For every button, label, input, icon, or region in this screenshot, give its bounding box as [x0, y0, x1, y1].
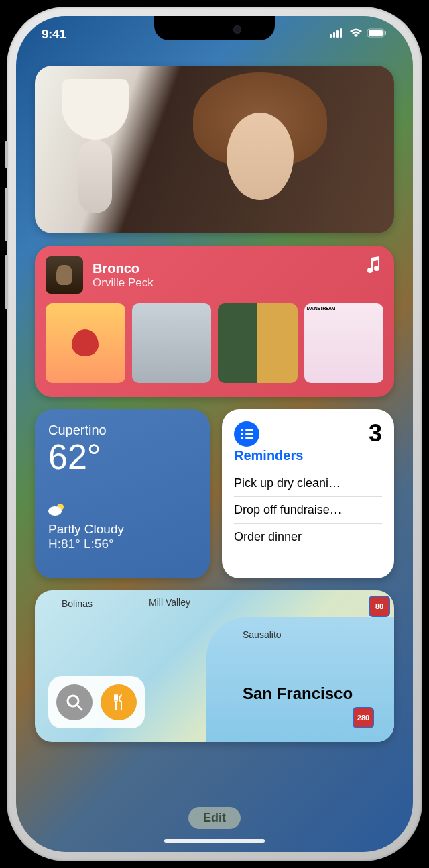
svg-rect-0 — [330, 34, 332, 38]
map-label-millvalley: Mill Valley — [149, 597, 190, 608]
svg-rect-1 — [333, 32, 335, 38]
track-artist: Orville Peck — [93, 276, 383, 290]
svg-line-16 — [77, 705, 82, 710]
svg-rect-3 — [340, 28, 342, 38]
photos-widget[interactable] — [35, 66, 394, 233]
mute-switch — [5, 141, 8, 168]
interstate-shield-80: 80 — [369, 596, 390, 617]
map-restaurants-button[interactable] — [101, 684, 137, 720]
fork-knife-icon — [109, 693, 128, 712]
reminders-title: Reminders — [234, 448, 382, 464]
volume-down-button — [5, 255, 8, 309]
photo-content — [48, 79, 142, 213]
weather-city: Cupertino — [48, 423, 196, 438]
now-playing-art — [46, 256, 83, 294]
weather-temperature: 62° — [48, 438, 196, 476]
map-label-sanfrancisco: San Francisco — [243, 684, 353, 703]
reminders-count: 3 — [369, 421, 382, 445]
reminder-item-1[interactable]: Pick up dry cleani… — [234, 470, 382, 497]
map-action-buttons — [48, 676, 145, 728]
album-suggestion-2[interactable] — [132, 303, 212, 383]
album-suggestion-1[interactable] — [46, 303, 125, 383]
notch — [154, 16, 275, 40]
reminders-list-icon — [234, 421, 259, 447]
svg-point-11 — [241, 433, 243, 435]
weather-widget[interactable]: Cupertino 62° Partly Cloudy H:81° L:56° — [35, 409, 210, 578]
reminders-widget[interactable]: 3 Reminders Pick up dry cleani… Drop off… — [222, 409, 394, 578]
track-title: Bronco — [93, 261, 383, 276]
svg-rect-2 — [336, 30, 339, 38]
photo-subject — [166, 66, 354, 233]
partly-cloudy-icon — [48, 502, 67, 519]
map-label-bolinas: Bolinas — [62, 598, 93, 609]
svg-point-9 — [241, 429, 243, 431]
svg-point-8 — [48, 506, 62, 516]
home-indicator[interactable] — [164, 839, 265, 843]
iphone-frame: 9:41 — [7, 7, 422, 861]
status-icons — [330, 28, 387, 40]
screen: 9:41 — [16, 16, 413, 852]
interstate-shield-280: 280 — [353, 707, 374, 728]
map-label-sausalito: Sausalito — [243, 629, 282, 640]
album-suggestion-3[interactable] — [218, 303, 298, 383]
map-search-button[interactable] — [56, 684, 93, 720]
battery-icon — [367, 28, 387, 40]
status-time: 9:41 — [42, 27, 66, 42]
search-icon — [65, 693, 84, 712]
svg-rect-14 — [245, 437, 253, 439]
svg-rect-12 — [245, 433, 253, 435]
reminder-item-2[interactable]: Drop off fundraise… — [234, 497, 382, 524]
maps-widget[interactable]: Bolinas Mill Valley Sausalito San Franci… — [35, 590, 394, 742]
music-widget[interactable]: Bronco Orville Peck — [35, 246, 394, 397]
svg-point-13 — [241, 437, 243, 439]
music-note-icon — [366, 256, 381, 276]
weather-high-low: H:81° L:56° — [48, 537, 196, 551]
edit-button[interactable]: Edit — [188, 807, 241, 829]
svg-rect-6 — [385, 31, 386, 35]
svg-rect-5 — [369, 30, 383, 36]
weather-condition: Partly Cloudy — [48, 522, 196, 537]
cellular-icon — [330, 28, 345, 40]
volume-up-button — [5, 188, 8, 241]
svg-rect-10 — [245, 429, 253, 431]
reminder-item-3[interactable]: Order dinner — [234, 524, 382, 550]
album-suggestion-4[interactable] — [304, 303, 384, 383]
wifi-icon — [349, 28, 363, 40]
